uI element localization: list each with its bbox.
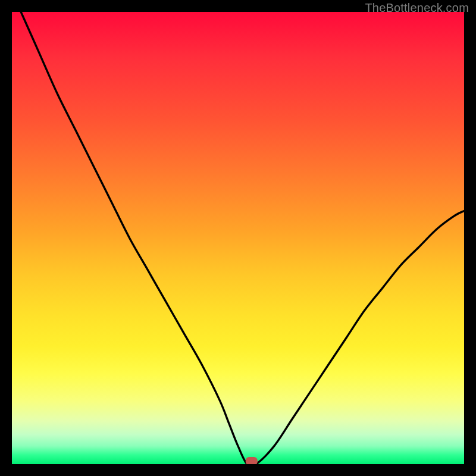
bottleneck-curve — [21, 12, 464, 464]
curve-layer — [12, 12, 464, 464]
minimum-marker — [246, 457, 258, 464]
chart-frame: TheBottleneck.com — [0, 0, 476, 476]
gradient-plot-area — [12, 12, 464, 464]
